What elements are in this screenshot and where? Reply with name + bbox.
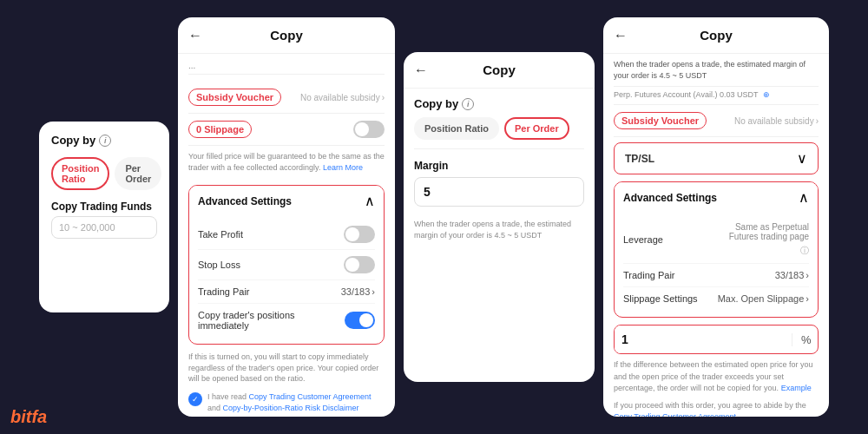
advanced-settings-label: Advanced Settings <box>198 195 292 207</box>
disclaimer1: If the difference between the estimated … <box>614 359 819 395</box>
copy-immediately-label: Copy trader's positions immediately <box>198 310 345 331</box>
chevron-up-icon: ∧ <box>365 193 375 209</box>
subsidy-voucher-row: Subsidy Voucher No available subsidy › <box>188 82 385 114</box>
card3-body: Copy by i Position Ratio Per Order Margi… <box>404 89 595 382</box>
margin-label: Margin <box>414 160 584 172</box>
card4-subsidy-value: No available subsidy › <box>734 116 819 126</box>
card-copy-advanced: ← Copy When the trader opens a trade, th… <box>603 17 829 417</box>
bitfa-logo: bitfa <box>10 407 47 427</box>
subsidy-voucher-value: No available subsidy › <box>300 93 385 102</box>
card4-top-info: When the trader opens a trade, the estim… <box>614 54 819 87</box>
advanced-settings-header[interactable]: Advanced Settings ∧ <box>189 186 384 216</box>
card4-trading-pair-value[interactable]: 33/183 › <box>775 270 809 280</box>
card-copy-by: Copy by i Position Ratio Per Order Copy … <box>39 122 169 312</box>
copy-by-label: Copy by <box>51 134 95 147</box>
card4-title: Copy <box>700 28 733 43</box>
copy-agreement-link[interactable]: Copy Trading Customer Agreement <box>614 412 736 417</box>
agreement-link2[interactable]: Copy-by-Position-Ratio Risk Disclaimer <box>223 404 359 412</box>
per-order-button[interactable]: Per Order <box>115 157 161 190</box>
leverage-row: Leverage Same as Perpetual Futures tradi… <box>623 216 809 264</box>
slippage-pct-label: % <box>792 333 819 346</box>
chevron-right-icon: › <box>806 293 809 304</box>
position-ratio-button[interactable]: Position Ratio <box>51 157 109 190</box>
copy-trading-funds-label: Copy Trading Funds <box>51 201 157 213</box>
card4-adv-header[interactable]: Advanced Settings ∧ <box>615 182 818 213</box>
agreement-check[interactable] <box>188 392 202 406</box>
ratio-buttons: Position Ratio Per Order <box>51 157 157 190</box>
back-arrow-icon[interactable]: ← <box>188 28 202 43</box>
card2-title: Copy <box>270 28 303 43</box>
chevron-right-icon: › <box>372 286 375 297</box>
advanced-settings-body: Take Profit Stop Loss Trading Pair <box>189 216 384 344</box>
card4-header: ← Copy <box>603 17 829 54</box>
card4-subsidy-label[interactable]: Subsidy Voucher <box>614 112 707 129</box>
add-icon[interactable]: ⊕ <box>763 90 770 99</box>
take-profit-label: Take Profit <box>198 229 243 240</box>
divider <box>414 148 584 149</box>
leverage-value: Same as Perpetual Futures trading page ⓘ <box>705 222 809 257</box>
funds-input[interactable]: 10 ~ 200,000 <box>51 216 157 239</box>
toggle-circle <box>355 122 369 136</box>
learn-more-link[interactable]: Learn More <box>323 163 363 172</box>
card-copy-main: ← Copy ... Subsidy Voucher No available … <box>178 17 395 417</box>
slippage-settings-row: Slippage Settings Max. Open Slippage › <box>623 287 809 310</box>
copy-immediately-row: Copy trader's positions immediately <box>198 304 375 337</box>
back-arrow-icon[interactable]: ← <box>414 62 428 78</box>
card4-adv-title: Advanced Settings <box>623 192 717 204</box>
card4-subsidy-row: Subsidy Voucher No available subsidy › <box>614 105 819 137</box>
copy-by-section: Copy by i <box>51 134 157 147</box>
card4-adv-body: Leverage Same as Perpetual Futures tradi… <box>615 213 818 317</box>
toggle-circle <box>345 258 359 272</box>
disclaimer2: If you proceed with this order, you agre… <box>614 400 819 417</box>
slippage-toggle[interactable] <box>353 121 385 138</box>
card4-advanced-settings: Advanced Settings ∧ Leverage Same as Per… <box>614 181 819 318</box>
slippage-input-field[interactable] <box>615 326 792 353</box>
slippage-settings-value[interactable]: Max. Open Slippage › <box>718 293 809 304</box>
margin-section: Margin 5 <box>414 153 584 219</box>
chevron-up-icon: ∧ <box>799 189 809 206</box>
position-ratio-button[interactable]: Position Ratio <box>414 117 499 140</box>
card3-header: ← Copy <box>404 52 595 89</box>
card4-trading-pair-label: Trading Pair <box>623 270 675 280</box>
advanced-settings-box: Advanced Settings ∧ Take Profit Stop Los… <box>188 185 385 345</box>
slippage-row: 0 Slippage <box>188 114 385 146</box>
toggle-circle <box>345 227 359 241</box>
chevron-down-icon[interactable]: ∨ <box>797 150 807 167</box>
copy-immediately-hint: If this is turned on, you will start to … <box>188 352 385 385</box>
slippage-hint: Your filled price will be guaranteed to … <box>188 146 385 178</box>
slippage-settings-label: Slippage Settings <box>623 293 698 304</box>
card4-body: When the trader opens a trade, the estim… <box>603 54 829 417</box>
stop-loss-toggle[interactable] <box>344 256 375 273</box>
tpsl-label: TP/SL <box>625 153 654 165</box>
copy-by-section: Copy by i Position Ratio Per Order <box>414 89 584 145</box>
card2-body: ... Subsidy Voucher No available subsidy… <box>178 54 395 417</box>
trading-pair-row: Trading Pair 33/183 › <box>198 280 375 304</box>
info-icon-small[interactable]: ⓘ <box>800 246 809 255</box>
top-info: ... <box>188 54 385 75</box>
leverage-label: Leverage <box>623 234 663 245</box>
margin-input[interactable]: 5 <box>414 177 584 207</box>
card2-header: ← Copy <box>178 17 395 54</box>
stop-loss-row: Stop Loss <box>198 250 375 280</box>
trade-info: When the trader opens a trade, the estim… <box>414 219 584 240</box>
trading-pair-value[interactable]: 33/183 › <box>341 286 375 297</box>
take-profit-toggle[interactable] <box>344 226 375 243</box>
copy-immediately-toggle[interactable] <box>345 312 375 329</box>
chevron-right-icon: › <box>816 116 819 126</box>
stop-loss-label: Stop Loss <box>198 260 240 270</box>
agreement-text: I have read Copy Trading Customer Agreem… <box>207 391 385 413</box>
card3-title: Copy <box>483 62 516 77</box>
chevron-right-icon: › <box>806 270 809 280</box>
example-link[interactable]: Example <box>781 384 812 392</box>
card4-trading-pair-row: Trading Pair 33/183 › <box>623 264 809 287</box>
take-profit-row: Take Profit <box>198 220 375 250</box>
info-icon[interactable]: i <box>462 98 474 110</box>
per-order-button[interactable]: Per Order <box>504 117 569 140</box>
info-icon[interactable]: i <box>99 135 111 147</box>
chevron-right-icon: › <box>382 93 385 102</box>
agreement-link1[interactable]: Copy Trading Customer Agreement <box>249 392 372 401</box>
slippage-label[interactable]: 0 Slippage <box>188 121 252 138</box>
subsidy-voucher-label[interactable]: Subsidy Voucher <box>188 89 281 106</box>
trading-pair-label: Trading Pair <box>198 286 250 297</box>
back-arrow-icon[interactable]: ← <box>614 28 628 43</box>
